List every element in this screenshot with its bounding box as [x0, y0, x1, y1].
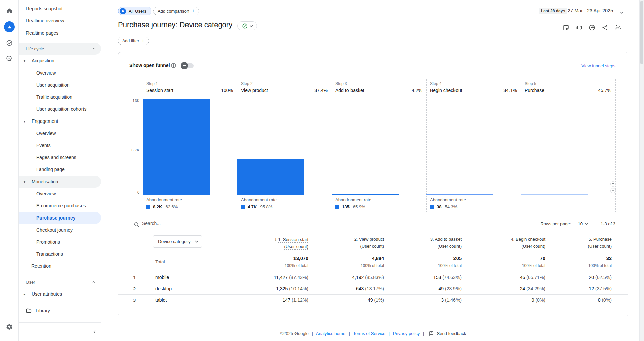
total-value: 205 [438, 256, 462, 261]
view-funnel-steps-link[interactable]: View funnel steps [581, 63, 615, 68]
explore-icon[interactable] [6, 39, 13, 47]
check-circle-icon [242, 23, 248, 29]
sidebar-item-retention[interactable]: Retention [19, 260, 101, 272]
cell-share: (34.29%) [526, 286, 545, 291]
total-share: 100% of total [361, 263, 384, 268]
separator: | [389, 331, 390, 336]
sidebar-group-user-attributes[interactable]: ▸ User attributes [19, 288, 101, 300]
column-title: 1. Session start [278, 237, 308, 243]
sidebar-item-library[interactable]: Library [19, 305, 101, 317]
column-header-purchase[interactable]: 5. Purchase (User count) [588, 236, 612, 250]
funnel-step-header: Step 1 Session start100% [143, 80, 237, 96]
search-icon [133, 221, 140, 228]
row-dimension: mobile [155, 275, 169, 280]
caret-down-icon[interactable] [585, 223, 588, 225]
rows-per-page-value[interactable]: 10 [578, 221, 582, 226]
date-range-picker[interactable]: 27 Mar - 23 Apr 2025 [568, 8, 613, 13]
page-scrollbar[interactable] [639, 0, 644, 341]
step-completion-rate: 37.4% [314, 88, 328, 93]
group-label: Acquisition [32, 58, 54, 63]
section-header-user[interactable]: User [19, 276, 101, 288]
search-input[interactable] [142, 221, 410, 226]
sidebar-item-monetisation-overview[interactable]: Overview [19, 188, 101, 200]
sidebar-group-engagement[interactable]: ▾ Engagement [19, 115, 101, 127]
column-header-view-product[interactable]: 2. View product (User count) [354, 236, 384, 250]
column-subtitle: (User count) [588, 244, 612, 249]
sidebar-item-traffic-acquisition[interactable]: Traffic acquisition [19, 91, 101, 103]
sidebar-item-user-acquisition[interactable]: User acquisition [19, 79, 101, 91]
abandonment-value: 8.2K [153, 204, 162, 209]
send-feedback-link[interactable]: Send feedback [437, 331, 466, 336]
analytics-home-link[interactable]: Analytics home [316, 331, 345, 336]
sidebar-item-events[interactable]: Events [19, 139, 101, 151]
total-value: 4,884 [361, 256, 384, 261]
abandonment-rate: 95.8% [260, 204, 272, 209]
sidebar-item-engagement-overview[interactable]: Overview [19, 127, 101, 139]
chart-zoom-in-button[interactable]: + [610, 181, 616, 187]
section-label: User [26, 280, 35, 285]
dimension-selector[interactable]: Device category [153, 235, 202, 248]
item-label: User acquisition [36, 82, 70, 88]
sidebar-group-acquisition[interactable]: ▾ Acquisition [19, 55, 101, 67]
help-icon[interactable] [171, 63, 176, 68]
sidebar-item-pages-and-screens[interactable]: Pages and screens [19, 151, 101, 163]
item-label: Transactions [36, 251, 63, 257]
chart-zoom-out-button[interactable]: − [610, 188, 616, 193]
column-subtitle: (User count) [284, 244, 308, 250]
abandonment-cell: Abandonment rate 4.7K95.8% [237, 197, 332, 209]
group-label: Monetisation [32, 179, 58, 184]
cell-value: 20 [589, 275, 594, 280]
add-note-icon[interactable] [562, 24, 570, 31]
sidebar-item-user-acquisition-cohorts[interactable]: User acquisition cohorts [19, 103, 101, 115]
sidebar-item-purchase-journey[interactable]: Purchase journey [19, 212, 101, 224]
scrollbar-thumb[interactable] [640, 1, 643, 64]
dimension-label: Device category [158, 239, 191, 244]
cell-value: 4,192 [352, 275, 364, 280]
column-header-add-to-basket[interactable]: 3. Add to basket (User count) [430, 236, 462, 250]
folder-icon [26, 308, 32, 314]
all-users-segment-chip[interactable]: A All Users [118, 7, 151, 15]
sidebar-collapse-button[interactable] [90, 327, 99, 336]
report-status-badge[interactable] [237, 21, 257, 30]
funnel-grid-line [143, 97, 615, 97]
table-border [118, 306, 628, 306]
column-subtitle: (User count) [521, 244, 545, 249]
add-comparison-button[interactable]: Add comparison + [153, 7, 199, 15]
privacy-policy-link[interactable]: Privacy policy [393, 331, 420, 336]
settings-gear-icon[interactable] [6, 323, 13, 330]
home-icon[interactable] [6, 7, 13, 14]
sidebar-item-ecommerce-purchases[interactable]: E-commerce purchases [19, 200, 101, 212]
share-icon[interactable] [601, 24, 609, 31]
sidebar-item-reports-snapshot[interactable]: Reports snapshot [19, 3, 101, 15]
edit-comparisons-icon[interactable] [575, 24, 583, 31]
button-label: Add comparison [158, 9, 189, 14]
sidebar-group-monetisation[interactable]: ▾ Monetisation [19, 176, 101, 188]
sidebar-item-transactions[interactable]: Transactions [19, 248, 101, 260]
cell-share: (1%) [374, 297, 384, 303]
sidebar-item-checkout-journey[interactable]: Checkout journey [19, 224, 101, 236]
abandonment-label: Abandonment rate [241, 197, 332, 202]
reports-nav-active[interactable] [4, 21, 15, 32]
advertising-icon[interactable] [6, 55, 13, 62]
sidebar-divider [19, 40, 101, 40]
add-filter-button[interactable]: Add filter + [118, 37, 149, 45]
insights-icon[interactable] [614, 24, 622, 31]
chevron-up-icon [92, 280, 96, 284]
show-open-funnel-toggle[interactable] [182, 63, 194, 68]
terms-of-service-link[interactable]: Terms of Service [353, 331, 385, 336]
section-header-life-cycle[interactable]: Life cycle [19, 43, 101, 55]
table-border [118, 294, 628, 295]
column-header-session-start[interactable]: ↓ 1. Session start (User count) [274, 236, 308, 250]
sidebar-item-realtime-pages[interactable]: Realtime pages [19, 27, 101, 39]
sidebar-item-landing-page[interactable]: Landing page [19, 163, 101, 176]
sidebar-item-realtime-overview[interactable]: Realtime overview [19, 15, 101, 27]
explore-report-icon[interactable] [588, 24, 596, 31]
caret-down-icon[interactable] [620, 9, 624, 15]
page-title[interactable]: Purchase journey: Device category [118, 20, 232, 32]
group-label: User attributes [32, 291, 62, 297]
row-dimension: tablet [155, 297, 167, 303]
sidebar-item-promotions[interactable]: Promotions [19, 236, 101, 248]
sidebar-item-acquisition-overview[interactable]: Overview [19, 67, 101, 79]
column-header-begin-checkout[interactable]: 4. Begin checkout (User count) [511, 236, 545, 250]
total-cell: 70100% of total [522, 256, 545, 268]
